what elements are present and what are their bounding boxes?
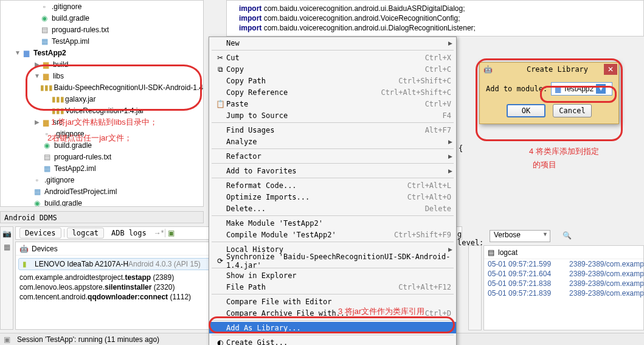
- submenu-arrow-icon: ▶: [448, 40, 452, 46]
- tree-label: build.gradle: [44, 199, 82, 207]
- tree-label: TestApp2: [33, 49, 66, 57]
- logcat-row[interactable]: 05-01 09:57:21.6042389-2389/com.example.…: [484, 269, 643, 279]
- menu-create-gist[interactable]: ◐Create Gist...: [209, 336, 456, 345]
- module-select[interactable]: ▆ TestApp2 ▼: [551, 82, 612, 96]
- tab-divider: [64, 229, 64, 237]
- ok-button[interactable]: OK: [507, 104, 545, 117]
- menu-compare-archive[interactable]: Compare Archive File with...Ctrl+D: [209, 307, 456, 319]
- folder-icon: ▆: [41, 60, 50, 69]
- tree-item-iml[interactable]: ▦TestApp.iml: [1, 35, 203, 47]
- menu-delete[interactable]: Delete...Delete: [209, 203, 456, 214]
- tree-label: TestApp.iml: [52, 37, 89, 46]
- menu-new[interactable]: New▶: [209, 37, 456, 49]
- expand-arrow-icon[interactable]: ▶: [33, 61, 41, 68]
- menu-show-explorer[interactable]: Show in Explorer: [209, 270, 456, 281]
- menu-cut[interactable]: ✂CutCtrl+X: [209, 52, 456, 63]
- process-row[interactable]: com.lenovo.leos.appstore.silentinstaller…: [16, 282, 221, 292]
- collapse-arrow-icon[interactable]: ▼: [33, 72, 41, 79]
- menu-separator: [212, 335, 454, 335]
- toolbar-layout-icon[interactable]: ▦: [1, 240, 13, 254]
- logcat-header: ▤logcat: [484, 246, 643, 259]
- tree-label: libs: [53, 72, 64, 80]
- tree-item-gitignore[interactable]: ▫.gitignore: [1, 1, 203, 12]
- import-line: com.baidu.voicerecognition.android.Voice…: [261, 14, 460, 23]
- log-level-select[interactable]: Verbose: [490, 230, 550, 242]
- status-text: Session 'TestApp': running (11 minutes a…: [17, 335, 159, 344]
- tree-item-src[interactable]: ▶▆src: [1, 116, 203, 128]
- menu-separator: [212, 178, 454, 178]
- bookmark-icon[interactable]: ▣: [168, 229, 175, 237]
- paste-icon: 📋: [214, 100, 226, 108]
- status-icon[interactable]: ▣: [4, 335, 13, 344]
- tree-item-libs[interactable]: ▼▆libs: [1, 70, 203, 82]
- tree-item-proguard[interactable]: ▤proguard-rules.txt: [1, 24, 203, 35]
- context-menu[interactable]: New▶ ✂CutCtrl+X ⧉CopyCtrl+C Copy PathCtr…: [209, 37, 457, 345]
- menu-add-as-library[interactable]: Add As Library...: [209, 322, 456, 333]
- menu-make-module[interactable]: Make Module 'TestApp2': [209, 217, 456, 229]
- log-level-label: g level:: [457, 230, 488, 241]
- tree-item-jar[interactable]: ▮▮▮Baidu-SpeechRecognitionUI-SDK-Android…: [1, 82, 203, 93]
- menu-compile-module[interactable]: Compile Module 'TestApp2'Ctrl+Shift+F9: [209, 229, 456, 240]
- submenu-arrow-icon: ▶: [448, 168, 452, 174]
- tree-label: galaxy.jar: [65, 95, 95, 103]
- collapse-arrow-icon[interactable]: ▼: [14, 49, 21, 56]
- tree-item-proguard[interactable]: ▤proguard-rules.txt: [1, 151, 203, 162]
- adb-restart-icon[interactable]: →*: [154, 229, 162, 237]
- logcat-row[interactable]: 05-01 09:57:21.8382389-2389/com.example.…: [484, 279, 643, 288]
- logcat-row[interactable]: 05-01 09:57:21.5992389-2389/com.example.…: [484, 259, 643, 269]
- tab-devices[interactable]: Devices: [19, 228, 61, 239]
- process-row[interactable]: com.tencent.android.qqdownloader:connect…: [16, 292, 221, 302]
- menu-optimize[interactable]: Optimize Imports...Ctrl+Alt+O: [209, 191, 456, 203]
- menu-separator: [212, 320, 454, 321]
- menu-synchronize[interactable]: ⟳Synchronize 'Baidu-SpeechRecognitionUI-…: [209, 255, 456, 267]
- toolbar-screenshot-icon[interactable]: 📷: [1, 227, 13, 240]
- dialog-titlebar[interactable]: 🤖 Create Library ✕: [480, 63, 618, 76]
- menu-refactor[interactable]: Refactor▶: [209, 150, 456, 162]
- file-icon: ▫: [42, 129, 52, 139]
- cancel-button[interactable]: Cancel: [553, 104, 592, 117]
- file-icon: ▫: [32, 175, 42, 185]
- dropdown-arrow-icon: ▼: [542, 231, 548, 237]
- tree-item-iml[interactable]: ▦AndroidTestProject.iml: [1, 186, 203, 197]
- menu-copy-reference[interactable]: Copy ReferenceCtrl+Alt+Shift+C: [209, 86, 456, 98]
- tree-item-gitignore[interactable]: ▫.gitignore: [1, 128, 203, 139]
- tab-adb[interactable]: ADB logs: [106, 228, 151, 238]
- tree-label: proguard-rules.txt: [52, 26, 109, 34]
- menu-analyze[interactable]: Analyze▶: [209, 136, 456, 147]
- tree-item-gradle[interactable]: ◉build.gradle: [1, 197, 203, 207]
- menu-jump[interactable]: Jump to SourceF4: [209, 110, 456, 121]
- devices-header: 🤖Devices: [16, 242, 221, 256]
- tree-item-build[interactable]: ▶▆build: [1, 58, 203, 70]
- tree-item-jar[interactable]: ▮▮▮galaxy.jar: [1, 93, 203, 105]
- device-row[interactable]: ▮LENOVO IdeaTab A2107A-H Android 4.0.3 (…: [18, 258, 219, 270]
- menu-file-path[interactable]: File PathCtrl+Alt+F12: [209, 281, 456, 293]
- folder-icon: ▆: [41, 117, 50, 127]
- menu-copy[interactable]: ⧉CopyCtrl+C: [209, 63, 456, 75]
- tree-item-gradle[interactable]: ◉build.gradle: [1, 139, 203, 151]
- android-icon: 🤖: [19, 245, 28, 253]
- expand-arrow-icon[interactable]: ▶: [33, 119, 41, 125]
- project-tree[interactable]: ▫.gitignore ◉build.gradle ▤proguard-rule…: [0, 0, 204, 207]
- menu-reformat[interactable]: Reformat Code...Ctrl+Alt+L: [209, 179, 456, 191]
- tree-item-jar[interactable]: ▮▮▮VoiceRecognition-1.4.jar: [1, 105, 203, 116]
- logcat-row[interactable]: 05-01 09:57:21.8392389-2389/com.example.…: [484, 288, 643, 298]
- tree-item-iml[interactable]: ▦TestApp2.iml: [1, 162, 203, 174]
- copy-icon: ⧉: [214, 65, 226, 74]
- tree-item-gitignore[interactable]: ▫.gitignore: [1, 174, 203, 186]
- menu-favorites[interactable]: Add to Favorites▶: [209, 165, 456, 176]
- cut-icon: ✂: [214, 54, 226, 62]
- menu-paste[interactable]: 📋PasteCtrl+V: [209, 98, 456, 110]
- tree-item-testapp2[interactable]: ▼▆TestApp2: [1, 47, 203, 58]
- android-icon: 🤖: [483, 65, 493, 74]
- menu-find-usages[interactable]: Find UsagesAlt+F7: [209, 124, 456, 136]
- search-icon[interactable]: 🔍: [563, 231, 572, 240]
- menu-separator: [212, 294, 454, 294]
- close-button[interactable]: ✕: [604, 64, 617, 75]
- tab-logcat[interactable]: logcat: [67, 228, 104, 239]
- tree-item-gradle[interactable]: ◉build.gradle: [1, 12, 203, 24]
- process-row[interactable]: com.example.androidtestproject.testapp (…: [16, 273, 221, 282]
- menu-compare-editor[interactable]: Compare File with Editor: [209, 296, 456, 307]
- tree-label: AndroidTestProject.iml: [44, 187, 117, 196]
- menu-copy-path[interactable]: Copy PathCtrl+Shift+C: [209, 75, 456, 86]
- code-editor[interactable]: import com.baidu.voicerecognition.androi…: [226, 0, 644, 37]
